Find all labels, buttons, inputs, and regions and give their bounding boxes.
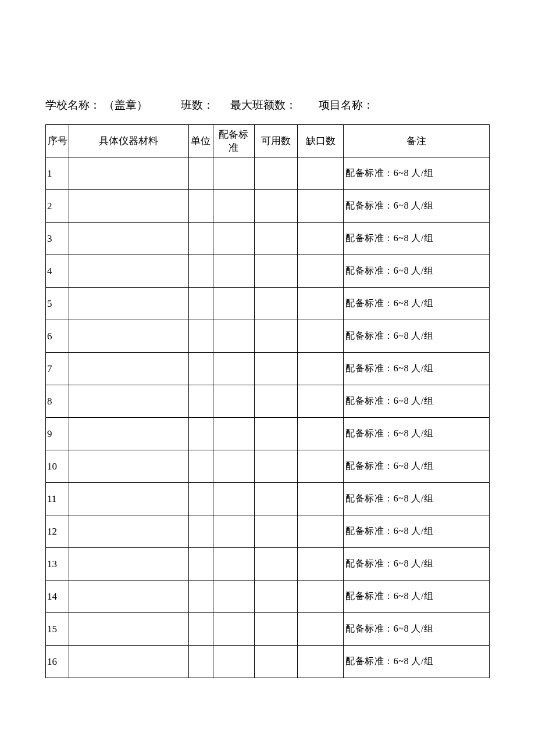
col-header-standard: 配备标准	[213, 125, 254, 157]
cell-shortage	[298, 548, 344, 581]
cell-remark: 配备标准：6~8 人/组	[344, 548, 490, 581]
cell-remark: 配备标准：6~8 人/组	[344, 157, 490, 190]
cell-available	[254, 581, 297, 613]
cell-standard	[213, 581, 254, 613]
cell-material	[69, 581, 189, 613]
cell-remark: 配备标准：6~8 人/组	[344, 385, 490, 418]
cell-material	[69, 613, 189, 646]
cell-shortage	[298, 223, 344, 255]
cell-available	[254, 255, 297, 288]
cell-unit	[188, 548, 213, 581]
table-row: 5配备标准：6~8 人/组	[46, 288, 490, 320]
col-header-material: 具体仪器材料	[69, 125, 189, 157]
table-row: 3配备标准：6~8 人/组	[46, 223, 490, 255]
cell-standard	[213, 255, 254, 288]
table-header-row: 序号 具体仪器材料 单位 配备标准 可用数 缺口数 备注	[46, 125, 490, 157]
cell-shortage	[298, 418, 344, 450]
table-row: 4配备标准：6~8 人/组	[46, 255, 490, 288]
cell-seq: 13	[46, 548, 69, 581]
cell-shortage	[298, 515, 344, 548]
cell-available	[254, 385, 297, 418]
table-row: 9配备标准：6~8 人/组	[46, 418, 490, 450]
cell-standard	[213, 223, 254, 255]
cell-remark: 配备标准：6~8 人/组	[344, 483, 490, 515]
cell-seq: 14	[46, 581, 69, 613]
cell-available	[254, 515, 297, 548]
table-row: 10配备标准：6~8 人/组	[46, 450, 490, 483]
cell-standard	[213, 450, 254, 483]
cell-unit	[188, 190, 213, 223]
cell-unit	[188, 613, 213, 646]
cell-standard	[213, 288, 254, 320]
project-name-label: 项目名称：	[319, 98, 374, 113]
table-row: 13配备标准：6~8 人/组	[46, 548, 490, 581]
cell-remark: 配备标准：6~8 人/组	[344, 646, 490, 678]
cell-material	[69, 515, 189, 548]
form-header: 学校名称： （盖章） 班数： 最大班额数： 项目名称：	[45, 98, 490, 113]
cell-remark: 配备标准：6~8 人/组	[344, 288, 490, 320]
cell-seq: 10	[46, 450, 69, 483]
cell-seq: 8	[46, 385, 69, 418]
cell-seq: 1	[46, 157, 69, 190]
cell-available	[254, 320, 297, 353]
cell-material	[69, 157, 189, 190]
cell-shortage	[298, 320, 344, 353]
table-row: 11配备标准：6~8 人/组	[46, 483, 490, 515]
cell-unit	[188, 288, 213, 320]
cell-standard	[213, 418, 254, 450]
cell-remark: 配备标准：6~8 人/组	[344, 255, 490, 288]
cell-remark: 配备标准：6~8 人/组	[344, 515, 490, 548]
cell-shortage	[298, 288, 344, 320]
cell-unit	[188, 385, 213, 418]
table-row: 12配备标准：6~8 人/组	[46, 515, 490, 548]
class-count-label: 班数：	[181, 98, 214, 113]
cell-available	[254, 450, 297, 483]
cell-standard	[213, 157, 254, 190]
table-row: 8配备标准：6~8 人/组	[46, 385, 490, 418]
cell-material	[69, 385, 189, 418]
table-row: 6配备标准：6~8 人/组	[46, 320, 490, 353]
cell-seq: 5	[46, 288, 69, 320]
cell-material	[69, 548, 189, 581]
cell-standard	[213, 353, 254, 385]
cell-material	[69, 353, 189, 385]
cell-standard	[213, 548, 254, 581]
cell-remark: 配备标准：6~8 人/组	[344, 613, 490, 646]
cell-unit	[188, 353, 213, 385]
spacer-1	[214, 98, 231, 113]
cell-shortage	[298, 157, 344, 190]
cell-standard	[213, 320, 254, 353]
cell-available	[254, 548, 297, 581]
cell-standard	[213, 515, 254, 548]
cell-remark: 配备标准：6~8 人/组	[344, 450, 490, 483]
cell-material	[69, 255, 189, 288]
cell-material	[69, 288, 189, 320]
cell-available	[254, 223, 297, 255]
table-row: 15配备标准：6~8 人/组	[46, 613, 490, 646]
cell-material	[69, 190, 189, 223]
school-name-label: 学校名称： （盖章）	[45, 98, 181, 113]
cell-unit	[188, 581, 213, 613]
cell-available	[254, 353, 297, 385]
cell-standard	[213, 613, 254, 646]
cell-standard	[213, 190, 254, 223]
cell-material	[69, 646, 189, 678]
cell-unit	[188, 223, 213, 255]
cell-remark: 配备标准：6~8 人/组	[344, 320, 490, 353]
col-header-unit: 单位	[188, 125, 213, 157]
cell-unit	[188, 157, 213, 190]
table-row: 7配备标准：6~8 人/组	[46, 353, 490, 385]
cell-remark: 配备标准：6~8 人/组	[344, 223, 490, 255]
cell-shortage	[298, 190, 344, 223]
table-row: 2配备标准：6~8 人/组	[46, 190, 490, 223]
cell-shortage	[298, 581, 344, 613]
cell-shortage	[298, 483, 344, 515]
cell-unit	[188, 483, 213, 515]
cell-remark: 配备标准：6~8 人/组	[344, 190, 490, 223]
cell-shortage	[298, 450, 344, 483]
cell-shortage	[298, 613, 344, 646]
cell-unit	[188, 646, 213, 678]
cell-available	[254, 646, 297, 678]
document-page: 学校名称： （盖章） 班数： 最大班额数： 项目名称： 序号 具体仪器材料 单位…	[0, 0, 535, 678]
cell-available	[254, 157, 297, 190]
